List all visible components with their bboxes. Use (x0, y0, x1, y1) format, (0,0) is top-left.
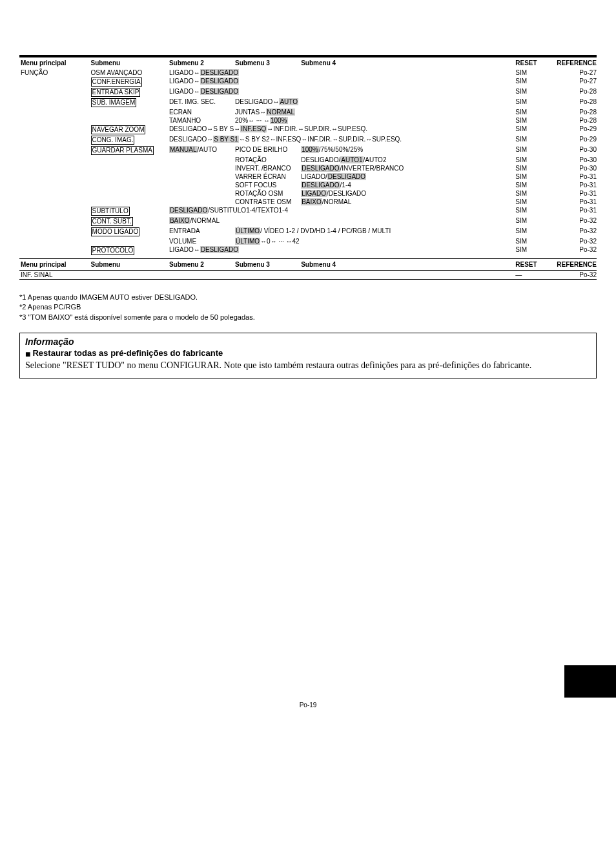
side-tab (564, 665, 616, 698)
header2-sub2: Submenu 2 (168, 259, 234, 270)
table-row: ENTRADA SKIPLIGADO↔DESLIGADOSIMPo-28 (19, 87, 597, 98)
table-row: SOFT FOCUSDESLIGADO/1-4SIMPo-31 (19, 181, 597, 189)
table-row: CONTRASTE OSMBAIXO/NORMALSIMPo-31 (19, 198, 597, 206)
header2-sub3: Submenu 3 (234, 259, 300, 270)
info-heading: Restaurar todas as pré-definições do fab… (32, 348, 223, 358)
table-row: CONG. IMAG.DESLIGADO↔S BY S1↔S BY S2↔INF… (19, 135, 597, 145)
header-sub4: Submenu 4 (300, 57, 514, 68)
signal-row: INF. SINAL — Po-32 (19, 271, 597, 279)
table-row: ECRANJUNTAS↔NORMALSIMPo-28 (19, 108, 597, 116)
header2-sub: Submenu (90, 259, 168, 270)
table-row: FUNÇÃOOSM AVANÇADOLIGADO↔DESLIGADOSIMPo-… (19, 68, 597, 77)
menu-table: Menu principal Submenu Submenu 2 Submenu… (19, 57, 597, 256)
header-sub: Submenu (90, 57, 168, 68)
header-sub2: Submenu 2 (168, 57, 234, 68)
square-bullet-icon: ■ (25, 348, 30, 360)
info-body: Selecione "RESET TUDO" no menu CONFIGURA… (25, 360, 591, 371)
header-ref: REFERENCE (551, 57, 597, 68)
table-row: GUARDAR PLASMAMANUAL/AUTOPICO DE BRILHO1… (19, 145, 597, 156)
table-row: INVERT. /BRANCODESLIGADO/INVERTER/BRANCO… (19, 164, 597, 172)
inf-sinal: INF. SINAL (19, 271, 90, 279)
table-row: CONF.ENERGIALIGADO↔DESLIGADOSIMPo-27 (19, 77, 597, 87)
page-number: Po-19 (19, 701, 597, 709)
menu-table-2: Menu principal Submenu Submenu 2 Submenu… (19, 259, 597, 270)
table-row: PROTOCOLOLIGADO↔DESLIGADOSIMPo-32 (19, 245, 597, 256)
footnotes: *1 Apenas quando IMAGEM AUTO estiver DES… (19, 293, 597, 322)
table-row: CONT. SUBT.BAIXO/NORMALSIMPo-32 (19, 216, 597, 227)
table-row: TAMANHO20%↔ ··· ↔100%SIMPo-28 (19, 116, 597, 125)
header2-sub4: Submenu 4 (300, 259, 514, 270)
table-row: VOLUMEÚLTIMO↔0↔ ··· ↔42SIMPo-32 (19, 237, 597, 245)
inf-sinal-ref: Po-32 (551, 271, 597, 279)
header-main: Menu principal (19, 57, 90, 68)
table-row: VARRER ÉCRANLIGADO/DESLIGADOSIMPo-31 (19, 172, 597, 181)
header2-ref: REFERENCE (551, 259, 597, 270)
table-row: SUB. IMAGEMDET. IMG. SEC.DESLIGADO↔AUTOS… (19, 98, 597, 108)
note-1: *1 Apenas quando IMAGEM AUTO estiver DES… (19, 293, 597, 302)
header-reset: RESET (514, 57, 551, 68)
header2-main: Menu principal (19, 259, 90, 270)
table-row: SUBTITULODESLIGADO/SUBTITULO1-4/TEXTO1-4… (19, 206, 597, 216)
inf-sinal-reset: — (514, 271, 551, 279)
header2-reset: RESET (514, 259, 551, 270)
header-sub3: Submenu 3 (234, 57, 300, 68)
info-title: Informação (25, 336, 591, 347)
note-3: *3 "TOM BAIXO" está disponível somente p… (19, 313, 597, 322)
table-row: ROTAÇÃO OSMLIGADO/DESLIGADOSIMPo-31 (19, 189, 597, 198)
table-row: NAVEGAR ZOOMDESLIGADO↔S BY S↔INF.ESQ↔INF… (19, 125, 597, 135)
table-row: MODO LIGADOENTRADAÚLTIMO/ VÍDEO 1-2 / DV… (19, 227, 597, 237)
info-box: Informação ■Restaurar todas as pré-defin… (19, 333, 597, 378)
note-2: *2 Apenas PC/RGB (19, 302, 597, 312)
table-row: ROTAÇÃODESLIGADO/AUTO1/AUTO2SIMPo-30 (19, 156, 597, 164)
